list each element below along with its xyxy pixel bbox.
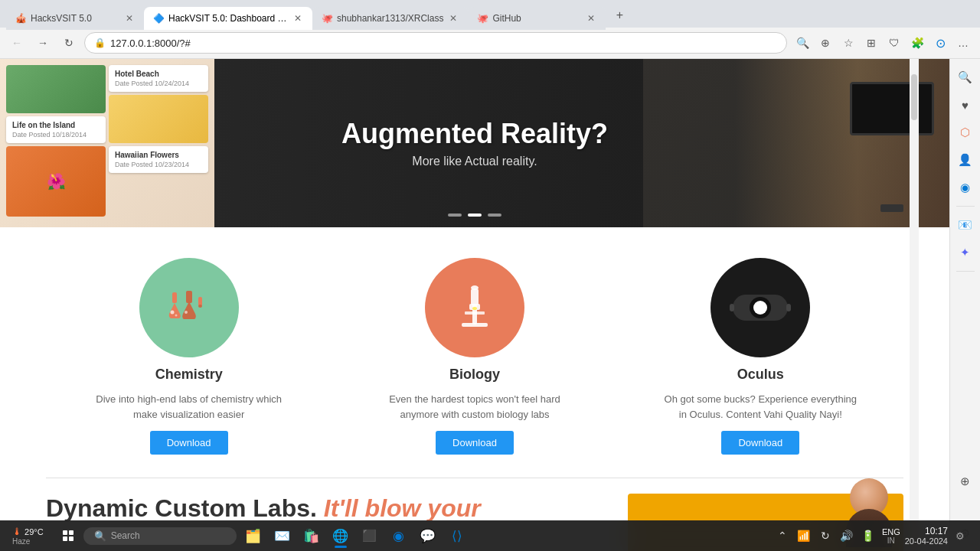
svg-rect-10 bbox=[471, 289, 479, 305]
hero-subtitle: More like Actual reality. bbox=[341, 155, 608, 168]
edge-favorites-icon[interactable]: ♥ bbox=[953, 93, 978, 117]
svg-rect-18 bbox=[730, 304, 734, 311]
taskbar-whatsapp-app[interactable]: 💬 bbox=[414, 522, 442, 549]
hero-title: Augmented Reality? bbox=[341, 118, 608, 150]
taskbar-search-box[interactable]: 🔍 Search bbox=[83, 527, 237, 545]
dot-1[interactable] bbox=[448, 214, 462, 217]
extensions-icon[interactable]: 🧩 bbox=[906, 32, 928, 54]
svg-point-11 bbox=[471, 285, 479, 290]
refresh-button[interactable]: ↻ bbox=[58, 32, 80, 54]
tab1-close[interactable]: ✕ bbox=[124, 12, 135, 24]
dot-2[interactable] bbox=[468, 214, 482, 217]
chemistry-icon-circle bbox=[139, 258, 239, 357]
tab-xrclass[interactable]: 🐙 shubhankar1313/XRClass ✕ bbox=[312, 7, 468, 30]
tab3-close[interactable]: ✕ bbox=[448, 12, 459, 24]
svg-rect-8 bbox=[472, 308, 477, 324]
svg-point-4 bbox=[185, 311, 188, 314]
read-aloud-icon[interactable]: ⊕ bbox=[815, 32, 836, 54]
oculus-download-button[interactable]: Download bbox=[721, 431, 799, 455]
systray-volume-icon[interactable]: 🔊 bbox=[838, 527, 856, 545]
systray-refresh-icon[interactable]: ↻ bbox=[816, 527, 835, 545]
biology-name: Biology bbox=[449, 367, 500, 383]
edge-profile-icon[interactable]: 👤 bbox=[953, 148, 978, 172]
bottom-text: Dynamic Custom Labs. It'll blow your bbox=[46, 494, 597, 523]
forward-button[interactable]: → bbox=[32, 32, 54, 54]
page-scrollbar[interactable] bbox=[910, 59, 919, 551]
windows-logo bbox=[63, 530, 74, 541]
oculus-desc: Oh got some bucks? Experience everything… bbox=[661, 392, 860, 422]
search-browser-icon[interactable]: 🔍 bbox=[792, 32, 813, 54]
favorites-icon[interactable]: ☆ bbox=[838, 32, 859, 54]
hero-card-1: Life on the Island Date Posted 10/18/201… bbox=[6, 116, 106, 143]
taskbar-language[interactable]: ENG IN bbox=[882, 527, 900, 545]
biology-download-button[interactable]: Download bbox=[436, 431, 514, 455]
browser-essentials-icon[interactable]: 🛡 bbox=[884, 32, 905, 54]
hero-card-2: Hotel Beach Date Posted 10/24/2014 bbox=[109, 65, 208, 92]
edge-search-icon[interactable]: 🔍 bbox=[953, 65, 978, 90]
systray-network-icon[interactable]: 📶 bbox=[795, 527, 813, 545]
feature-oculus: Oculus Oh got some bucks? Experience eve… bbox=[661, 258, 860, 455]
features-section: Chemistry Dive into high-end labs of che… bbox=[0, 227, 949, 478]
taskbar-edge-app[interactable]: ◉ bbox=[385, 522, 413, 549]
oculus-svg bbox=[730, 289, 791, 327]
scrollbar-thumb[interactable] bbox=[911, 74, 917, 120]
systray-up-arrow[interactable]: ⌃ bbox=[773, 527, 792, 545]
taskbar-apps: 🗂️ ✉️ 🛍️ 🌐 ⬛ ◉ 💬 ⟨⟩ bbox=[240, 522, 764, 549]
svg-rect-3 bbox=[186, 291, 192, 303]
hero-carousel-dots[interactable] bbox=[448, 214, 501, 217]
tab1-favicon: 🎪 bbox=[15, 13, 26, 24]
taskbar-search-text: Search bbox=[111, 530, 140, 541]
chemistry-name: Chemistry bbox=[155, 367, 223, 383]
edge-sidebar-divider-2 bbox=[956, 271, 975, 272]
taskbar-vscode-app[interactable]: ⟨⟩ bbox=[443, 522, 471, 549]
chemistry-download-button[interactable]: Download bbox=[150, 431, 228, 455]
taskbar-files-app[interactable]: 🗂️ bbox=[240, 522, 267, 549]
dot-3[interactable] bbox=[488, 214, 501, 217]
hero-center: Augmented Reality? More like Actual real… bbox=[341, 118, 608, 168]
svg-point-6 bbox=[198, 305, 202, 308]
tab3-title: shubhankar1313/XRClass bbox=[337, 13, 443, 24]
taskbar-store-app[interactable]: 🛍️ bbox=[298, 522, 325, 549]
edge-copilot-icon[interactable]: ✦ bbox=[953, 240, 978, 265]
taskbar-edge-browser-app[interactable]: 🌐 bbox=[327, 522, 354, 549]
hero-left-panel: Life on the Island Date Posted 10/18/201… bbox=[0, 59, 214, 227]
room-background bbox=[643, 59, 949, 227]
tab2-close[interactable]: ✕ bbox=[292, 12, 303, 24]
taskbar-right: ⌃ 📶 ↻ 🔊 🔋 ENG IN 10:17 20-04-2024 ⚙ bbox=[767, 526, 974, 546]
bottom-title: Dynamic Custom Labs. It'll blow your bbox=[46, 494, 597, 523]
new-tab-button[interactable]: + bbox=[609, 5, 630, 26]
taskbar-terminal-app[interactable]: ⬛ bbox=[356, 522, 384, 549]
edge-essentials-icon[interactable]: ◉ bbox=[953, 175, 978, 200]
edge-icon[interactable]: ⊙ bbox=[929, 32, 951, 54]
start-button[interactable] bbox=[56, 523, 80, 548]
tab-hacksvsit[interactable]: 🎪 HacksVSIT 5.0 ✕ bbox=[6, 7, 144, 30]
taskbar-edge-mail-app[interactable]: ✉️ bbox=[269, 522, 296, 549]
browser-chrome: 🎪 HacksVSIT 5.0 ✕ 🔷 HackVSIT 5.0: Dashbo… bbox=[0, 0, 980, 59]
more-options-icon[interactable]: … bbox=[952, 32, 974, 54]
svg-rect-0 bbox=[172, 292, 177, 303]
svg-rect-19 bbox=[786, 304, 791, 311]
edge-add-icon[interactable]: ⊕ bbox=[953, 469, 978, 494]
taskbar-settings-corner[interactable]: ⚙ bbox=[952, 528, 968, 543]
chemistry-desc: Dive into high-end labs of chemistry whi… bbox=[90, 392, 289, 422]
edge-outlook-icon[interactable]: 📧 bbox=[953, 213, 978, 237]
edge-collections-icon[interactable]: ⬡ bbox=[953, 120, 978, 145]
tab-github[interactable]: 🐙 GitHub ✕ bbox=[468, 7, 606, 30]
address-bar-row: ← → ↻ 🔒 127.0.0.1:8000/?# 🔍 ⊕ ☆ ⊞ 🛡 🧩 ⊙ … bbox=[0, 28, 980, 58]
taskbar-clock[interactable]: 10:17 20-04-2024 bbox=[905, 526, 948, 546]
tab-dashboard[interactable]: 🔷 HackVSIT 5.0: Dashboard | Devf... ✕ bbox=[144, 7, 312, 30]
taskbar-weather: 🌡 29°C Haze bbox=[6, 526, 50, 546]
split-screen-icon[interactable]: ⊞ bbox=[861, 32, 882, 54]
tab4-close[interactable]: ✕ bbox=[586, 12, 596, 24]
hero-card-3: Hawaiian Flowers Date Posted 10/23/2014 bbox=[109, 146, 208, 173]
page-content: Life on the Island Date Posted 10/18/201… bbox=[0, 59, 949, 551]
systray-battery-icon[interactable]: 🔋 bbox=[859, 527, 877, 545]
address-box[interactable]: 🔒 127.0.0.1:8000/?# bbox=[84, 32, 787, 54]
feature-chemistry: Chemistry Dive into high-end labs of che… bbox=[90, 258, 289, 455]
taskbar-search-icon: 🔍 bbox=[94, 530, 106, 542]
toolbar-icons: 🔍 ⊕ ☆ ⊞ 🛡 🧩 ⊙ … bbox=[792, 32, 974, 54]
biology-icon-circle bbox=[425, 258, 524, 357]
biology-svg bbox=[448, 281, 501, 334]
weather-condition: Haze bbox=[12, 537, 30, 546]
back-button[interactable]: ← bbox=[6, 32, 28, 54]
